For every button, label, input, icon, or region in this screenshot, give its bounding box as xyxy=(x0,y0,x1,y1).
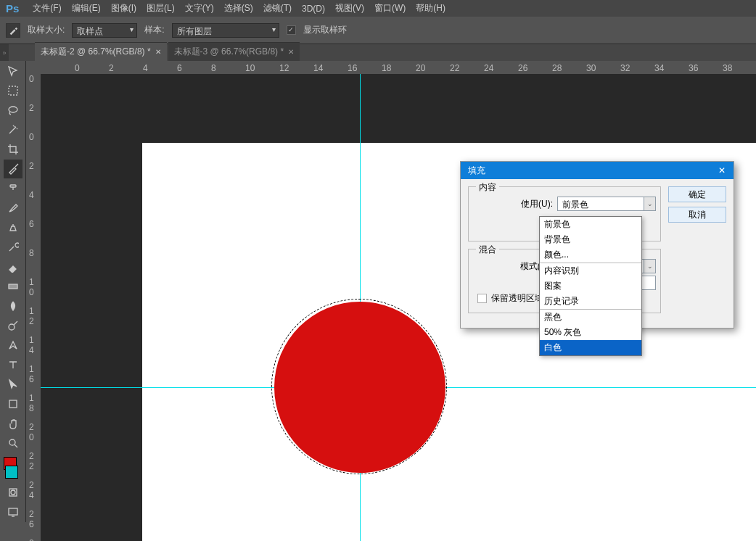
menu-layer[interactable]: 图层(L) xyxy=(147,2,175,15)
preserve-transparency-checkbox[interactable] xyxy=(477,294,487,303)
sample-size-label: 取样大小: xyxy=(28,24,65,36)
crop-tool[interactable] xyxy=(4,140,22,159)
vertical-ruler: 02024681 01 21 41 61 82 02 22 42 62 8 xyxy=(26,61,41,541)
close-icon[interactable]: ✕ xyxy=(288,48,294,56)
menu-window[interactable]: 窗口(W) xyxy=(374,2,406,15)
pen-tool[interactable] xyxy=(4,336,22,355)
shape-tool[interactable] xyxy=(4,395,22,413)
magicwand-tool[interactable] xyxy=(4,120,22,139)
dropdown-option[interactable]: 前景色 xyxy=(540,217,641,232)
svg-point-1 xyxy=(9,107,17,112)
menubar: Ps 文件(F) 编辑(E) 图像(I) 图层(L) 文字(Y) 选择(S) 滤… xyxy=(0,0,756,17)
fieldset-legend: 混合 xyxy=(476,244,499,256)
dialog-titlebar[interactable]: 填充 ✕ xyxy=(461,162,734,179)
menu-view[interactable]: 视图(V) xyxy=(335,2,364,15)
svg-rect-9 xyxy=(9,508,17,515)
cancel-button[interactable]: 取消 xyxy=(668,207,726,223)
menu-3d[interactable]: 3D(D) xyxy=(302,4,325,14)
sample-size-select[interactable]: 取样点 xyxy=(72,23,137,38)
svg-point-6 xyxy=(9,439,15,445)
chevron-down-icon[interactable]: ⌄ xyxy=(644,260,655,273)
dropdown-option[interactable]: 白色 xyxy=(540,340,641,355)
path-select-tool[interactable] xyxy=(4,375,22,394)
fieldset-legend: 内容 xyxy=(476,181,499,194)
marquee-tool[interactable] xyxy=(4,81,22,100)
lasso-tool[interactable] xyxy=(4,101,22,120)
move-tool[interactable] xyxy=(4,62,22,80)
dropdown-option[interactable]: 50% 灰色 xyxy=(540,325,641,340)
eyedropper-tool[interactable] xyxy=(4,160,22,178)
use-label: 使用(U): xyxy=(521,198,553,210)
zoom-tool[interactable] xyxy=(4,434,22,453)
show-ring-checkbox[interactable]: ✓ xyxy=(287,25,296,35)
svg-rect-3 xyxy=(9,284,17,289)
blur-tool[interactable] xyxy=(4,297,22,315)
brush-tool[interactable] xyxy=(4,199,22,218)
tab-strip-expander[interactable]: » xyxy=(0,44,9,61)
dropdown-option[interactable]: 内容识别 xyxy=(540,263,641,278)
svg-rect-0 xyxy=(9,86,17,95)
color-swatches[interactable] xyxy=(4,457,22,479)
dropdown-option[interactable]: 颜色... xyxy=(540,247,641,263)
close-icon[interactable]: ✕ xyxy=(155,48,161,56)
dropdown-option[interactable]: 历史记录 xyxy=(540,294,641,309)
gradient-tool[interactable] xyxy=(4,277,22,296)
svg-rect-2 xyxy=(10,185,16,187)
eraser-tool[interactable] xyxy=(4,257,22,276)
menu-filter[interactable]: 滤镜(T) xyxy=(263,2,292,15)
dodge-tool[interactable] xyxy=(4,316,22,335)
menu-image[interactable]: 图像(I) xyxy=(111,2,136,15)
quickmask-tool[interactable] xyxy=(4,483,22,502)
dropdown-option[interactable]: 图案 xyxy=(540,278,641,294)
document-tab-2[interactable]: 未标题-3 @ 66.7%(RGB/8) * ✕ xyxy=(168,42,300,61)
screenmode-tool[interactable] xyxy=(4,503,22,521)
toolbox xyxy=(0,61,26,522)
document-tab-1[interactable]: 未标题-2 @ 66.7%(RGB/8) * ✕ xyxy=(35,42,167,61)
history-brush-tool[interactable] xyxy=(4,238,22,257)
menu-type[interactable]: 文字(Y) xyxy=(185,2,214,15)
preserve-label: 保留透明区域 xyxy=(491,292,543,305)
dropdown-option[interactable]: 背景色 xyxy=(540,232,641,247)
document-tabs: 未标题-2 @ 66.7%(RGB/8) * ✕ 未标题-3 @ 66.7%(R… xyxy=(0,44,756,61)
sample-label: 样本: xyxy=(144,24,164,36)
options-bar: 取样大小: 取样点 样本: 所有图层 ✓ 显示取样环 xyxy=(0,17,756,44)
background-swatch[interactable] xyxy=(5,466,18,479)
menu-help[interactable]: 帮助(H) xyxy=(416,2,445,15)
tab-label: 未标题-2 @ 66.7%(RGB/8) * xyxy=(41,46,151,58)
close-icon[interactable]: ✕ xyxy=(715,165,729,175)
svg-point-4 xyxy=(9,324,15,330)
healing-brush-tool[interactable] xyxy=(4,179,22,198)
ok-button[interactable]: 确定 xyxy=(668,186,726,202)
chevron-down-icon[interactable]: ⌄ xyxy=(644,197,655,210)
dropdown-option[interactable]: 黑色 xyxy=(540,310,641,325)
eyedropper-tool-icon[interactable] xyxy=(6,23,20,38)
hand-tool[interactable] xyxy=(4,414,22,433)
type-tool[interactable] xyxy=(4,355,22,374)
menu-file[interactable]: 文件(F) xyxy=(33,2,61,15)
dialog-title: 填充 xyxy=(468,165,485,177)
use-dropdown: 前景色背景色颜色...内容识别图案历史记录黑色50% 灰色白色 xyxy=(539,216,642,356)
tab-label: 未标题-3 @ 66.7%(RGB/8) * xyxy=(174,46,284,58)
use-select[interactable]: 前景色⌄ xyxy=(557,197,656,211)
svg-point-8 xyxy=(11,490,15,495)
sample-source-select[interactable]: 所有图层 xyxy=(172,23,279,38)
menu-select[interactable]: 选择(S) xyxy=(224,2,253,15)
horizontal-ruler: 024681012141618202224262830323436384042 xyxy=(41,61,756,74)
show-ring-label: 显示取样环 xyxy=(303,24,347,36)
clone-stamp-tool[interactable] xyxy=(4,218,22,237)
menu-edit[interactable]: 编辑(E) xyxy=(72,2,101,15)
svg-rect-5 xyxy=(9,400,17,408)
app-logo: Ps xyxy=(6,2,19,15)
selection-marquee xyxy=(271,299,447,474)
